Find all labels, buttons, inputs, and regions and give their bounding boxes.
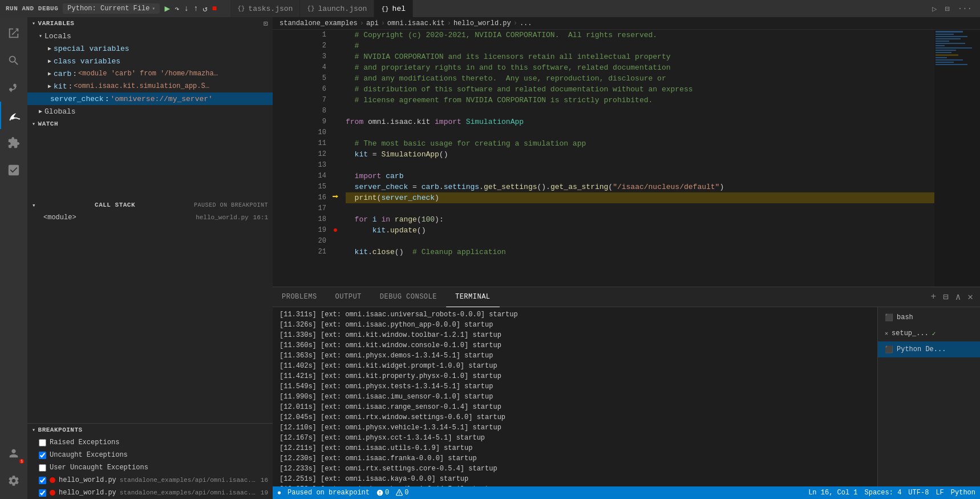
user-uncaught-exceptions-item[interactable]: User Uncaught Exceptions: [27, 461, 273, 474]
split-editor-button[interactable]: ⊟: [942, 3, 951, 15]
step-into-button[interactable]: ↓: [184, 4, 188, 13]
terminal-line: [12.045s] [ext: omni.rtx.window.settings…: [280, 412, 870, 422]
tab-launch-icon: {}: [307, 5, 314, 12]
split-terminal-button[interactable]: ⊟: [941, 290, 951, 304]
close-panel-button[interactable]: ✕: [965, 290, 975, 304]
bp-16-dot: [50, 477, 55, 483]
carb-var-value: <module 'carb' from '/home/hmazhar/.loca…: [78, 70, 221, 78]
breadcrumb-item-1[interactable]: standalone_examples: [280, 19, 358, 27]
globals-group[interactable]: ▶ Globals: [27, 105, 273, 118]
terminal-session-bash[interactable]: ⬛ bash: [878, 309, 980, 325]
special-vars-chevron-icon: ▶: [48, 45, 51, 52]
panel-tabs: PROBLEMS OUTPUT DEBUG CONSOLE TERMINAL +…: [273, 287, 980, 307]
call-stack-header[interactable]: ▾ Call Stack PAUSED ON BREAKPOINT: [27, 199, 273, 211]
title-bar: RUN AND DEBUG Python: Current File ▾ ▶ ↷…: [0, 0, 980, 17]
step-out-button[interactable]: ↑: [193, 4, 198, 13]
main-layout: 1 ▾ Variables ⊡ ▾ Locals ▶ special varia…: [0, 17, 980, 499]
activity-explorer[interactable]: [0, 19, 27, 47]
cursor-position[interactable]: Ln 16, Col 1: [808, 489, 857, 497]
terminal-line: [12.230s] [ext: omni.isaac.franka-0.0.0]…: [280, 453, 870, 464]
terminal-session-python[interactable]: ⬛ Python De...: [878, 341, 980, 357]
carb-variable-item[interactable]: ▶ carb : <module 'carb' from '/home/hmaz…: [27, 67, 273, 80]
terminal-line: [11.311s] [ext: omni.isaac.universal_rob…: [280, 309, 870, 320]
code-content-area[interactable]: 123456789101112131415161718192021⮕● # Co…: [307, 30, 934, 287]
tab-launch[interactable]: {} launch.json: [300, 0, 374, 19]
step-over-button[interactable]: ↷: [175, 4, 179, 14]
stop-button[interactable]: ■: [212, 4, 217, 13]
maximize-panel-button[interactable]: ∧: [953, 290, 963, 304]
activity-search[interactable]: [0, 47, 27, 74]
variables-header[interactable]: ▾ Variables ⊡: [27, 17, 273, 30]
breadcrumb-sep-1: ›: [360, 19, 364, 27]
uncaught-exceptions-label: Uncaught Exceptions: [50, 451, 128, 459]
encoding[interactable]: UTF-8: [908, 489, 929, 497]
server-check-variable-item[interactable]: server_check : 'omniverse://my_server': [27, 92, 273, 105]
bp-16-checkbox[interactable]: [39, 477, 46, 484]
panel-tab-terminal[interactable]: TERMINAL: [446, 287, 500, 307]
frame-name: <module>: [43, 214, 76, 222]
raised-exceptions-checkbox[interactable]: [39, 439, 46, 446]
breadcrumb-item-4[interactable]: hello_world.py: [453, 19, 511, 27]
terminal-content[interactable]: [11.311s] [ext: omni.isaac.universal_rob…: [273, 307, 877, 486]
terminal-line: [12.167s] [ext: omni.physx.cct-1.3.14-5.…: [280, 433, 870, 443]
variables-label: Variables: [38, 20, 75, 27]
terminal-session-setup[interactable]: ✕ setup_... ✓: [878, 325, 980, 341]
activity-test[interactable]: [0, 156, 27, 184]
language[interactable]: Python: [951, 489, 975, 497]
call-stack-filler: [27, 224, 273, 269]
call-stack-frame[interactable]: <module> hello_world.py 16:1: [27, 211, 273, 224]
activity-source-control[interactable]: [0, 74, 27, 102]
activity-accounts[interactable]: 1: [0, 440, 27, 467]
breadcrumb-item-2[interactable]: api: [366, 19, 379, 27]
raised-exceptions-item[interactable]: Raised Exceptions: [27, 436, 273, 449]
tab-hel-label: hel: [392, 5, 406, 13]
uncaught-exceptions-item[interactable]: Uncaught Exceptions: [27, 449, 273, 461]
terminal-line: [11.360s] [ext: omni.kit.window.console-…: [280, 340, 870, 351]
restart-button[interactable]: ↺: [203, 4, 207, 14]
watch-section: ▾ Watch: [27, 118, 273, 199]
continue-button[interactable]: ▶: [164, 3, 170, 14]
panel-tab-problems[interactable]: PROBLEMS: [273, 287, 326, 307]
activity-settings[interactable]: [0, 467, 27, 494]
breadcrumb-item-5[interactable]: ...: [520, 19, 532, 27]
special-variables-item[interactable]: ▶ special variables: [27, 42, 273, 55]
user-uncaught-exceptions-checkbox[interactable]: [39, 464, 46, 472]
bp-19-checkbox[interactable]: [39, 489, 46, 497]
terminal-line: [11.421s] [ext: omni.kit.property.physx-…: [280, 371, 870, 381]
errors-icon[interactable]: 0: [376, 489, 389, 497]
accounts-badge: 1: [19, 459, 24, 464]
breadcrumb-item-3[interactable]: omni.isaac.kit: [387, 19, 445, 27]
breakpoints-header[interactable]: ▾ Breakpoints: [27, 424, 273, 436]
variables-action-icon[interactable]: ⊡: [264, 19, 268, 28]
bash-label: bash: [897, 313, 913, 321]
class-variables-item[interactable]: ▶ class variables: [27, 55, 273, 67]
line-ending[interactable]: LF: [936, 489, 943, 497]
more-actions-button[interactable]: ···: [955, 3, 974, 14]
breadcrumb: standalone_examples › api › omni.isaac.k…: [273, 17, 980, 30]
kit-variable-item[interactable]: ▶ kit : <omni.isaac.kit.simulation_app.S…: [27, 80, 273, 92]
new-terminal-button[interactable]: +: [928, 291, 938, 303]
bp-19-line: 19: [261, 489, 268, 496]
code-editor[interactable]: 123456789101112131415161718192021⮕● # Co…: [273, 30, 980, 287]
activity-run-debug[interactable]: [0, 102, 27, 129]
bp-hello-world-19[interactable]: hello_world.py standalone_examples/api/o…: [27, 486, 273, 499]
config-dropdown[interactable]: Python: Current File ▾: [63, 3, 160, 14]
watch-chevron-icon: ▾: [32, 120, 36, 127]
activity-extensions[interactable]: [0, 129, 27, 156]
watch-header[interactable]: ▾ Watch: [27, 118, 273, 130]
uncaught-exceptions-checkbox[interactable]: [39, 452, 46, 459]
panel-tab-debug-console[interactable]: DEBUG CONSOLE: [371, 287, 446, 307]
config-label: Python: Current File: [67, 5, 149, 13]
panel-tab-output[interactable]: OUTPUT: [326, 287, 371, 307]
bp-hello-world-16[interactable]: hello_world.py standalone_examples/api/o…: [27, 474, 273, 486]
locals-group[interactable]: ▾ Locals: [27, 30, 273, 42]
globals-label: Globals: [44, 107, 76, 116]
kit-var-name: kit: [54, 82, 67, 91]
tab-hel[interactable]: {} hel: [374, 0, 413, 19]
setup-label: setup_...: [892, 329, 929, 337]
spaces[interactable]: Spaces: 4: [865, 489, 902, 497]
svg-point-0: [278, 491, 281, 494]
tab-tasks[interactable]: {} tasks.json: [230, 0, 300, 19]
warnings-icon[interactable]: 0: [396, 489, 408, 497]
run-file-button[interactable]: ▷: [930, 3, 939, 15]
